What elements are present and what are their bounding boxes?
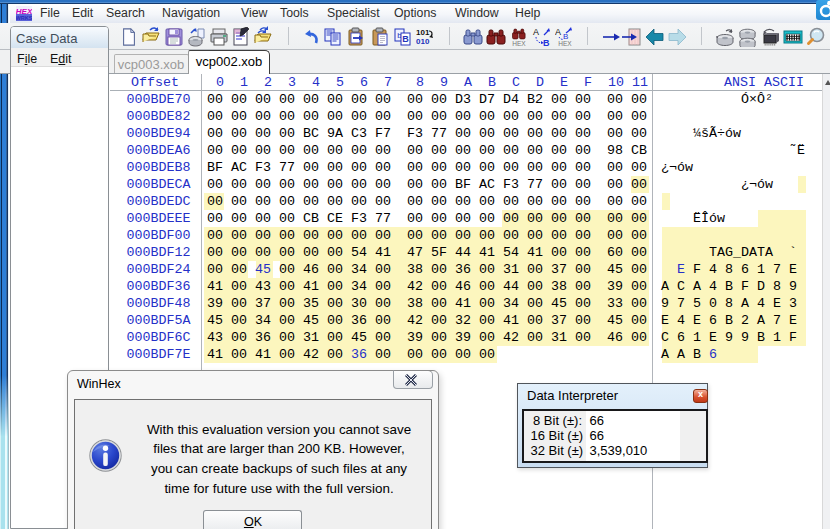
svg-text:B: B	[402, 34, 409, 44]
svg-text:WRKS: WRKS	[16, 15, 32, 21]
svg-text:B: B	[543, 38, 550, 47]
svg-text:HEX: HEX	[512, 40, 526, 47]
svg-text:HEX: HEX	[558, 40, 572, 47]
svg-text:A: A	[533, 27, 539, 37]
svg-text:010: 010	[416, 37, 430, 46]
svg-text:101: 101	[416, 28, 430, 37]
svg-text:A: A	[555, 27, 561, 37]
